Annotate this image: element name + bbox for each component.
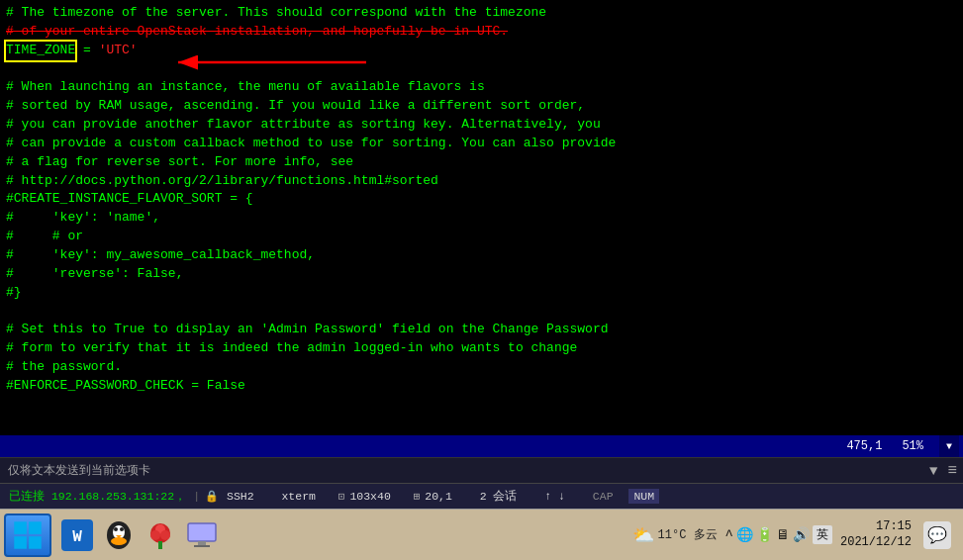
svg-point-12 xyxy=(111,537,127,545)
code-line-19: # form to verify that it is indeed the a… xyxy=(6,339,957,358)
svg-rect-21 xyxy=(194,545,210,547)
svg-rect-20 xyxy=(198,541,206,545)
code-line-20: # the password. xyxy=(6,358,957,377)
code-line-5: # When launching an instance, the menu o… xyxy=(6,78,957,97)
lock-icon: 🔒 xyxy=(205,490,219,503)
taskbar-app-3[interactable] xyxy=(141,513,180,557)
battery-icon: 🔋 xyxy=(756,526,773,543)
svg-point-11 xyxy=(120,527,124,531)
rose-icon xyxy=(144,519,176,551)
code-line-17 xyxy=(6,303,957,322)
protocol-label: SSH2 xyxy=(222,490,259,503)
temperature: 11°C 多云 xyxy=(658,526,718,543)
system-tray-icons: ^ 🌐 🔋 🖥 🔊 英 xyxy=(725,525,832,544)
system-tray: ⛅ 11°C 多云 ^ 🌐 🔋 🖥 🔊 英 17:15 2021/12/12 💬 xyxy=(632,519,959,550)
caps-lock-indicator: CAP xyxy=(588,490,619,503)
svg-rect-2 xyxy=(14,521,27,534)
terminal-size: 103x40 xyxy=(344,490,395,503)
send-arrow-controls: ▼ ≡ xyxy=(929,462,957,480)
notification-icon: 💬 xyxy=(927,525,947,545)
display-icon: 🖥 xyxy=(776,527,790,543)
connection-status-bar: 已连接 192.168.253.131:22， | 🔒 SSH2 xterm ⊡… xyxy=(0,483,963,509)
menu-icon[interactable]: ≡ xyxy=(947,462,957,480)
code-line-13: # # or xyxy=(6,228,957,246)
num-lock-indicator: NUM xyxy=(628,489,659,504)
svg-point-10 xyxy=(114,527,118,531)
cursor-pos: 20,1 xyxy=(420,490,457,503)
code-line-12: # 'key': 'name', xyxy=(6,209,957,228)
code-line-9: # a flag for reverse sort. For more info… xyxy=(6,153,957,172)
svg-point-17 xyxy=(160,530,170,540)
code-line-3: TIME_ZONE = 'UTC' xyxy=(6,42,957,60)
penguin-icon xyxy=(103,519,135,551)
svg-rect-3 xyxy=(29,521,42,534)
code-line-14: # 'key': my_awesome_callback_method, xyxy=(6,246,957,265)
clock[interactable]: 17:15 2021/12/12 xyxy=(840,519,912,550)
code-line-10: # http://docs.python.org/2/library/funct… xyxy=(6,172,957,191)
weather-widget: ⛅ 11°C 多云 xyxy=(632,524,718,546)
code-line-8: # can provide a custom callback method t… xyxy=(6,135,957,153)
connection-status: 已连接 192.168.253.131:22， xyxy=(4,489,191,504)
taskbar-app-4[interactable] xyxy=(182,513,222,557)
timezone-highlight: TIME_ZONE xyxy=(6,42,75,60)
terminal-type: xterm xyxy=(276,490,321,503)
code-line-18: # Set this to True to display an 'Admin … xyxy=(6,321,957,339)
monitor-icon xyxy=(186,519,218,551)
windows-taskbar: W ⛅ xyxy=(0,509,963,560)
svg-text:W: W xyxy=(72,528,82,546)
date-display: 2021/12/12 xyxy=(840,535,912,551)
notification-button[interactable]: 💬 xyxy=(923,521,951,549)
code-line-15: # 'reverse': False, xyxy=(6,265,957,284)
windows-logo-icon xyxy=(12,519,44,551)
svg-rect-4 xyxy=(14,536,27,549)
time-display: 17:15 xyxy=(876,519,912,535)
dropdown-arrow[interactable]: ▼ xyxy=(929,463,937,479)
code-line-7: # you can provide another flavor attribu… xyxy=(6,116,957,135)
svg-rect-19 xyxy=(188,523,216,541)
terminal: # The timezone of the server. This shoul… xyxy=(0,0,963,435)
weather-icon: ⛅ xyxy=(632,524,654,546)
code-line-11: #CREATE_INSTANCE_FLAVOR_SORT = { xyxy=(6,190,957,209)
svg-rect-5 xyxy=(29,536,42,549)
code-line-4 xyxy=(6,60,957,79)
scroll-arrows[interactable]: ↑ ↓ xyxy=(539,490,570,503)
code-line-1: # The timezone of the server. This shoul… xyxy=(6,4,957,23)
code-line-6: # sorted by RAM usage, ascending. If you… xyxy=(6,97,957,116)
send-bar: 仅将文本发送到当前选项卡 ▼ ≡ xyxy=(0,457,963,483)
taskbar-app-2[interactable] xyxy=(99,513,139,557)
expand-icon[interactable]: ^ xyxy=(725,527,733,543)
code-line-16: #} xyxy=(6,284,957,303)
language-indicator[interactable]: 英 xyxy=(813,525,832,544)
taskbar-app-1[interactable]: W xyxy=(57,513,97,557)
grid-icon: ⊞ xyxy=(414,490,421,503)
resize-icon: ⊡ xyxy=(338,490,345,503)
cursor-position: 475,1 xyxy=(846,439,882,453)
network-icon: 🌐 xyxy=(736,526,753,543)
vim-status-bar: 475,1 51% ▼ xyxy=(0,435,963,457)
svg-point-16 xyxy=(150,530,160,540)
code-line-21: #ENFORCE_PASSWORD_CHECK = False xyxy=(6,377,957,396)
send-text-label: 仅将文本发送到当前选项卡 xyxy=(8,462,150,479)
scroll-arrow[interactable]: ▼ xyxy=(939,435,959,457)
code-line-2: # of your entire OpenStack installation,… xyxy=(6,23,957,42)
session-count: 2 会话 xyxy=(475,489,523,504)
svg-rect-18 xyxy=(158,541,162,549)
scroll-percent: 51% xyxy=(902,439,923,453)
start-button[interactable] xyxy=(4,513,51,557)
volume-icon: 🔊 xyxy=(793,526,810,543)
app1-icon: W xyxy=(61,519,93,551)
